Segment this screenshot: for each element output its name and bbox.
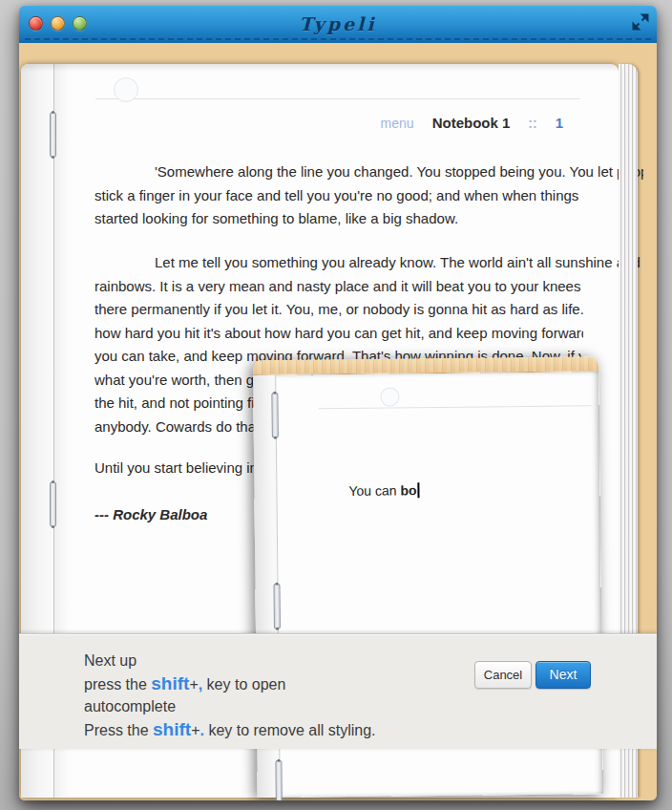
page-nav: menu Notebook 1 :: 1	[381, 115, 563, 131]
desktop-background: Typeli menu No	[0, 0, 672, 810]
doc-line: Let me tell you something you already kn…	[94, 251, 643, 275]
notebook-title[interactable]: Notebook 1	[432, 115, 511, 131]
tutorial-line2-post: key to open	[202, 676, 285, 693]
nav-separator: ::	[528, 116, 536, 131]
tutorial-line4-pre: Press the	[84, 722, 153, 738]
typed-regular: You can	[348, 482, 400, 499]
overlay-header-rule	[319, 405, 592, 409]
tutorial-line-3: autocomplete	[84, 695, 376, 718]
app-window: Typeli menu No	[19, 6, 657, 800]
doc-line: started looking for something to blame, …	[94, 207, 583, 231]
doc-line: stick a finger in your face and tell you…	[94, 184, 583, 208]
text-cursor	[417, 482, 419, 498]
binding-staple	[275, 760, 282, 800]
doc-line: there permanently if you let it. You, me…	[94, 298, 583, 322]
plus-sign: +	[189, 676, 198, 693]
binding-staple	[273, 584, 281, 629]
tutorial-line-2: press the shift+, key to open	[84, 672, 376, 696]
tutorial-text: Next up press the shift+, key to open au…	[84, 650, 376, 741]
shift-key-label: shift	[153, 719, 191, 739]
binding-staple	[50, 112, 56, 158]
ring-hole-icon	[114, 77, 138, 102]
binding-staple	[271, 393, 279, 438]
next-button[interactable]: Next	[536, 661, 591, 689]
expand-icon[interactable]	[631, 12, 650, 32]
header-rule	[95, 98, 580, 99]
notebook-wood-cover: menu Notebook 1 :: 1 'Somewhere along th…	[19, 43, 657, 800]
cancel-button[interactable]: Cancel	[474, 661, 532, 689]
menu-link[interactable]: menu	[381, 116, 414, 131]
shift-key-label: shift	[151, 673, 189, 693]
titlebar[interactable]: Typeli	[19, 6, 657, 44]
tutorial-line4-post: key to remove all styling.	[204, 722, 376, 738]
typed-bold: bo	[400, 482, 416, 498]
page-number[interactable]: 1	[556, 115, 563, 131]
tutorial-line2-pre: press the	[84, 676, 151, 693]
tutorial-bar: Next up press the shift+, key to open au…	[19, 633, 657, 749]
binding-staple	[50, 481, 56, 527]
tutorial-heading: Next up	[84, 650, 376, 672]
tutorial-line-4: Press the shift+. key to remove all styl…	[84, 718, 376, 742]
ring-hole-icon	[380, 387, 399, 406]
typed-text[interactable]: You can bo	[348, 482, 419, 499]
window-title: Typeli	[19, 13, 657, 34]
doc-line: how hard you hit it's about how hard you…	[94, 322, 583, 346]
doc-line: rainbows. It is a very mean and nasty pl…	[94, 275, 583, 299]
doc-line: 'Somewhere along the line you changed. Y…	[94, 160, 643, 184]
